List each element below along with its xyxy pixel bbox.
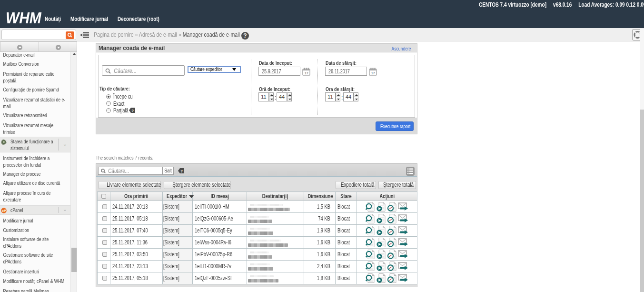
svg-text:?: ? xyxy=(131,109,134,113)
svg-text:17: 17 xyxy=(371,71,375,75)
svg-text:17: 17 xyxy=(305,71,308,75)
svg-text:cP: cP xyxy=(2,209,6,213)
svg-text:?: ? xyxy=(180,169,183,173)
